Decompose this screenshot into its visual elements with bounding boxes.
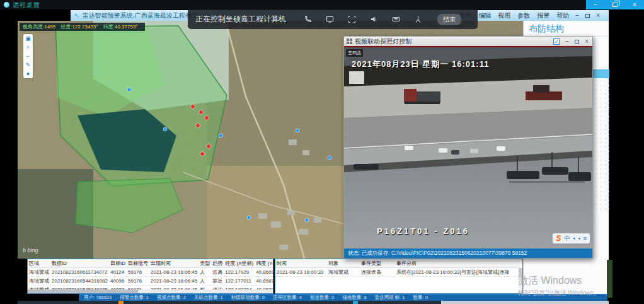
status-item: 航道数量: 0 xyxy=(310,295,334,301)
menu-view[interactable]: 视图 xyxy=(498,11,510,20)
video-window-title: 视频联动探照灯控制 xyxy=(355,37,411,46)
events-table[interactable]: 时间对象 事件类型事件分析 2021-08-23 16:00:33海域警戒 连接… xyxy=(275,259,523,294)
sogou-logo-icon: S xyxy=(556,234,561,243)
close-icon[interactable]: × xyxy=(596,12,600,19)
status-item: 报警点数量: 1 xyxy=(120,295,149,301)
windows-activation-watermark: 激活 Windows 转到“设置”以激活 Windows。 xyxy=(518,274,600,298)
ime-lang[interactable]: 中 xyxy=(564,235,570,243)
zoom-in-icon[interactable]: + xyxy=(26,44,30,50)
voice-call-icon[interactable] xyxy=(304,15,312,23)
remote-control-toolbar: 正在控制呈硕嘉工程计算机 结束 xyxy=(188,9,478,29)
remote-desktop-screen: 远程桌面 − × xyxy=(0,0,644,304)
grid-icon xyxy=(347,38,352,44)
end-session-button[interactable]: 结束 xyxy=(437,14,461,25)
fullscreen-icon[interactable] xyxy=(348,15,356,23)
taskbar-icon[interactable] xyxy=(353,301,358,304)
video-window: 视频联动探照灯控制 ✓ − × xyxy=(343,36,593,259)
close-icon[interactable]: × xyxy=(633,0,636,9)
tools-icon[interactable] xyxy=(414,15,422,23)
taskbar-strip-light xyxy=(441,301,609,304)
desktop-edge-strip xyxy=(607,260,612,298)
table-row[interactable]: 海域警戒20210823160611734072 4012459176 2021… xyxy=(28,268,273,277)
checkbox-icon[interactable]: ✓ xyxy=(553,38,560,45)
draw-icon[interactable]: ✎ xyxy=(26,62,31,68)
map-attribution: b bing xyxy=(23,247,38,254)
video-save-status: 状态: 已成功保存: C:\Video\PIC\P02\202108231506… xyxy=(344,248,592,258)
status-item: 锚地数量: 6 xyxy=(342,295,366,301)
status-item: 雷达周期 帧: 1 xyxy=(375,295,405,301)
status-item: 用户: 786623 xyxy=(84,295,112,301)
table-row[interactable]: 2021-08-23 16:00:33海域警戒 连接设备系统在[2021-08-… xyxy=(275,268,520,277)
outer-window-title: 远程桌面 xyxy=(13,1,40,9)
menu-alarm[interactable]: 报警 xyxy=(537,11,549,20)
ime-icon[interactable]: ▪ xyxy=(578,235,580,242)
screen-switch-icon[interactable] xyxy=(326,15,334,23)
map-extent-icon[interactable]: ▣ xyxy=(25,35,31,42)
minimize-icon[interactable]: − xyxy=(575,12,579,19)
table-header-row: 区域数据ID 目标ID目标批号 出现时间类型 趋势经度 (X坐标) 纬度 (Y坐… xyxy=(28,259,273,268)
maximize-icon[interactable] xyxy=(575,40,579,44)
app-icon: ↖ xyxy=(74,12,79,19)
remote-desktop-app-icon xyxy=(4,2,9,8)
table-row[interactable]: 海域警戒20210823160544316082 4009659176 2021… xyxy=(28,277,273,286)
video-window-titlebar[interactable]: 视频联动探照灯控制 ✓ − × xyxy=(344,37,592,46)
menu-params[interactable]: 参数 xyxy=(517,11,530,20)
harbor-scene xyxy=(344,47,592,248)
taskbar-icon[interactable] xyxy=(118,301,124,304)
remote-toolbar-icons xyxy=(304,15,422,23)
remote-status-text: 正在控制呈硕嘉工程计算机 xyxy=(195,14,286,25)
status-item: 视频点数量: 2 xyxy=(157,295,186,301)
radar-targets-table[interactable]: 区域数据ID 目标ID目标批号 出现时间类型 趋势经度 (X坐标) 纬度 (Y坐… xyxy=(27,259,273,294)
close-icon[interactable]: × xyxy=(585,38,589,45)
status-item: 秒级联动数量: 0 xyxy=(231,295,265,301)
osd-timestamp: 2021年08月23日 星期一 16:01:11 xyxy=(352,59,489,70)
locate-icon[interactable]: ● xyxy=(26,71,30,77)
taskbar-strip xyxy=(18,301,441,304)
camera-feed: 主码流 2021年08月23日 星期一 16:01:11 P16Z1T01 - … xyxy=(344,46,592,248)
ime-icon[interactable]: ▪ xyxy=(573,235,575,242)
app-window-controls: − × xyxy=(575,12,609,19)
speaker-icon[interactable] xyxy=(370,15,378,23)
map-toolbar: ▣ + − ✎ ● xyxy=(23,34,33,78)
ime-menu-icon[interactable]: ≡ xyxy=(584,235,587,242)
restore-icon[interactable] xyxy=(612,3,618,7)
menu-help[interactable]: 帮助 xyxy=(556,11,569,20)
minimize-icon[interactable]: − xyxy=(565,38,569,45)
panel-title: 布防结构 xyxy=(524,21,609,37)
maximize-icon[interactable] xyxy=(585,14,590,18)
status-item: 违停区数量: 4 xyxy=(273,295,302,301)
horizontal-scrollbar[interactable] xyxy=(28,289,273,293)
menu-edit[interactable]: 编辑 xyxy=(478,11,491,20)
outer-titlebar: 远程桌面 xyxy=(0,0,644,9)
outer-window-controls: − × xyxy=(586,0,644,9)
keyboard-icon[interactable] xyxy=(392,15,400,23)
minimize-icon[interactable]: − xyxy=(594,0,597,9)
status-item: 关联点数量: 1 xyxy=(194,295,223,301)
osd-camera-name: P16Z1T01 - Z016 xyxy=(377,226,469,236)
map-coordinates-readout: 视角高度:1499 经度:122.23433° 纬度:40.37753° xyxy=(20,23,145,31)
stream-tag: 主码流 xyxy=(346,49,363,57)
video-window-controls: ✓ − × xyxy=(553,38,590,45)
status-item: 数量: 0 xyxy=(413,295,428,301)
table-header-row: 时间对象 事件类型事件分析 xyxy=(275,259,520,268)
ime-toolbar[interactable]: S 中 ▪ ▪ ≡ xyxy=(553,233,590,243)
zoom-out-icon[interactable]: − xyxy=(26,53,30,59)
